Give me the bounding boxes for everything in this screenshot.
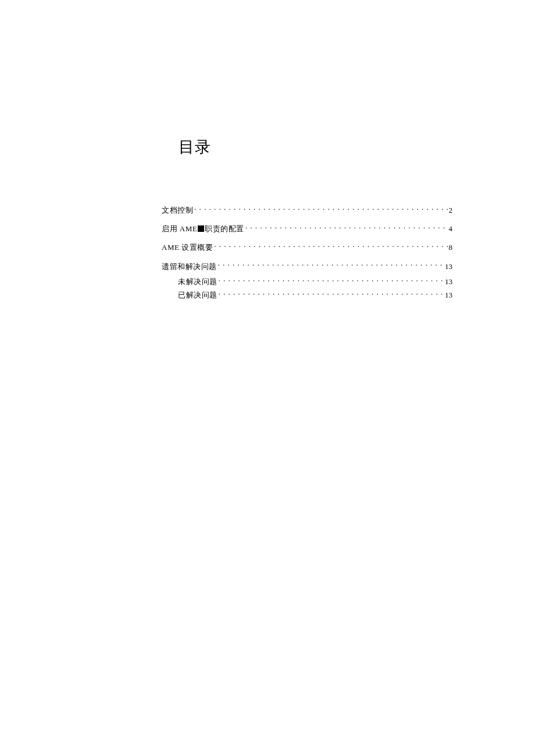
black-square-icon — [198, 225, 204, 232]
toc-entry-page: 13 — [445, 277, 452, 287]
toc-entry-label: 未解决问题 — [178, 277, 217, 287]
toc-leader-dots — [218, 261, 444, 269]
toc-entry-label: 遗留和解决问题 — [162, 261, 217, 272]
toc-entry-page: 8 — [449, 242, 453, 253]
toc-entry-page: 13 — [445, 261, 452, 272]
toc-entry: 启用 AME职责的配置 4 — [162, 224, 452, 234]
toc-leader-dots — [219, 290, 444, 298]
toc-leader-dots — [214, 242, 447, 250]
toc-entry-label: 文档控制 — [162, 205, 193, 216]
toc-entry-page: 13 — [445, 290, 452, 300]
toc-entry-page: 4 — [449, 224, 453, 234]
toc-subentry: 已解决问题 13 — [178, 290, 452, 300]
toc-entry-page: 2 — [449, 205, 453, 216]
toc-entry: 遗留和解决问题 13 — [162, 261, 452, 272]
toc-subentry: 未解决问题 13 — [178, 277, 452, 287]
toc-entry: 文档控制 2 — [162, 205, 452, 216]
document-page: 目录 文档控制 2 启用 AME职责的配置 4 AME 设置概要 8 遗留和 — [0, 0, 535, 756]
table-of-contents: 文档控制 2 启用 AME职责的配置 4 AME 设置概要 8 遗留和解决问题 … — [162, 205, 452, 303]
toc-leader-dots — [219, 277, 444, 284]
toc-title: 目录 — [179, 137, 211, 157]
toc-entry-label: 已解决问题 — [178, 290, 217, 300]
toc-entry: AME 设置概要 8 — [162, 242, 452, 253]
toc-leader-dots — [194, 205, 448, 213]
toc-entry-label: 启用 AME职责的配置 — [162, 224, 244, 234]
toc-entry-label: AME 设置概要 — [162, 242, 213, 253]
toc-leader-dots — [245, 224, 448, 231]
